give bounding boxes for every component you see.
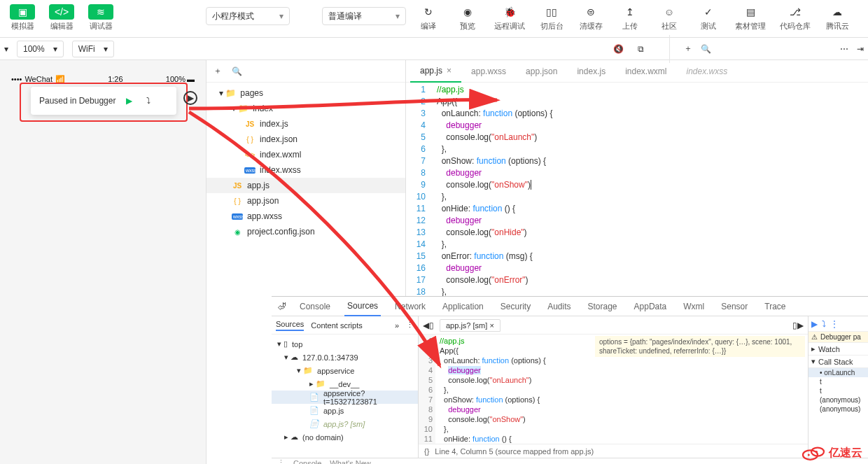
close-icon[interactable]: × <box>489 321 493 330</box>
repo-button[interactable]: ⎇代码仓库 <box>776 3 815 33</box>
tab-whats-new[interactable]: What's New <box>330 459 370 465</box>
second-toolbar: ▾ 100%▾ WiFi▾ 🔇 ⧉ ＋ 🔍 ⋯ ⇥ <box>0 38 868 60</box>
file-app-js[interactable]: JSapp.js <box>206 178 405 193</box>
more-icon[interactable]: ⋮ <box>406 321 414 330</box>
tab-audits[interactable]: Audits <box>545 297 573 316</box>
search-file-icon[interactable]: 🔍 <box>232 66 242 76</box>
file-app-json[interactable]: { }app.json <box>206 193 405 209</box>
src-no-domain[interactable]: ▸ ☁ (no domain) <box>272 430 418 444</box>
subtab-content-scripts[interactable]: Content scripts <box>311 321 362 330</box>
close-icon[interactable]: × <box>447 66 451 76</box>
target-icon[interactable]: ▶ <box>183 91 197 105</box>
resume-icon[interactable]: ▶ <box>122 94 135 107</box>
tab-trace[interactable]: Trace <box>762 297 788 316</box>
background-button[interactable]: ▯▯切后台 <box>535 3 568 33</box>
file-index-wxml[interactable]: < >index.wxml <box>206 147 405 162</box>
devtools-code-tab[interactable]: app.js? [sm] × <box>440 319 500 332</box>
file-project-config[interactable]: ◉project.config.json <box>206 224 405 239</box>
clear-cache-button[interactable]: ⊜清缓存 <box>574 3 608 33</box>
folder-pages[interactable]: ▾ 📁 pages <box>206 85 405 101</box>
split-icon[interactable]: ⇥ <box>857 44 864 54</box>
src-origin[interactable]: ▾ ☁ 127.0.0.1:34739 <box>272 351 418 364</box>
compile-button[interactable]: ↻编译 <box>412 3 445 33</box>
element-picker-icon[interactable]: ⮰ <box>277 302 286 311</box>
file-app-wxss[interactable]: wxssapp.wxss <box>206 209 405 224</box>
src-appservice[interactable]: ▾ 📁 appservice <box>272 364 418 377</box>
debugger-button[interactable]: ≋调试器 <box>84 3 118 33</box>
resume-icon[interactable]: ▶ <box>811 319 818 329</box>
chevron-down-icon: ▾ <box>53 44 57 54</box>
tab-wxml[interactable]: Wxml <box>680 297 707 316</box>
nav-back-icon[interactable]: ◀▯ <box>423 321 434 330</box>
file-index-json[interactable]: { }index.json <box>206 132 405 147</box>
yisu-logo: 亿速云 <box>801 443 862 463</box>
tab-app-json[interactable]: app.json <box>516 60 567 83</box>
simulator-button[interactable]: ▣模拟器 <box>6 3 39 33</box>
cloud-button[interactable]: ☁腾讯云 <box>820 3 854 33</box>
tab-console-drawer[interactable]: Console <box>293 459 321 465</box>
src-app-js-sm[interactable]: 📄 app.js? [sm] <box>272 417 418 430</box>
more-icon[interactable]: ⋮ <box>277 458 285 464</box>
devtools-code-area[interactable]: 1234567891011 //app.js App({ onLaunch: f… <box>419 335 808 444</box>
stack-onlaunch[interactable]: • onLaunch <box>808 368 868 377</box>
step-over-icon[interactable]: ⤵ <box>822 319 826 329</box>
src-app-js[interactable]: 📄 app.js <box>272 404 418 417</box>
network-selector[interactable]: WiFi▾ <box>72 41 114 57</box>
tab-console[interactable]: Console <box>297 297 333 316</box>
upload-button[interactable]: ↥上传 <box>613 3 647 33</box>
tab-index-wxml[interactable]: index.wxml <box>615 60 676 83</box>
tab-storage[interactable]: Storage <box>585 297 620 316</box>
tab-application[interactable]: Application <box>440 297 486 316</box>
preview-button[interactable]: ◉预览 <box>451 3 484 33</box>
src-appservice-t[interactable]: 📄 appservice?t=15327123871 <box>272 391 418 404</box>
search-icon[interactable]: 🔍 <box>701 44 711 54</box>
tab-appdata[interactable]: AppData <box>631 297 670 316</box>
tab-app-wxss[interactable]: app.wxss <box>461 60 516 83</box>
simulator-pane: •••• WeChat 📶 1:26 100% ▬ Paused in Debu… <box>0 60 206 464</box>
editor-tabs: app.js× app.wxss app.json index.js index… <box>406 60 868 83</box>
mute-icon[interactable]: 🔇 <box>613 44 624 54</box>
devtools-panel: ⮰ Console Sources Network Application Se… <box>272 296 868 464</box>
tab-index-wxss[interactable]: index.wxss <box>677 60 738 83</box>
stack-t1[interactable]: t <box>808 377 868 386</box>
stack-anon1[interactable]: (anonymous) <box>808 395 868 405</box>
zoom-selector[interactable]: 100%▾ <box>17 41 64 57</box>
tab-index-js[interactable]: index.js <box>567 60 615 83</box>
tab-sensor[interactable]: Sensor <box>718 297 750 316</box>
tab-app-js[interactable]: app.js× <box>410 60 461 83</box>
expand-icon[interactable]: ▯▶ <box>792 321 804 330</box>
tab-network[interactable]: Network <box>392 297 428 316</box>
step-over-icon[interactable]: ⤵ <box>142 94 155 107</box>
compile-type-dropdown[interactable]: 普通编译▾ <box>322 7 406 25</box>
chevron-down-icon: ▾ <box>104 44 108 54</box>
editor-button[interactable]: </>编辑器 <box>45 3 78 33</box>
material-button[interactable]: ▤素材管理 <box>731 3 770 33</box>
src-top[interactable]: ▾ ▯ top <box>272 337 418 351</box>
tab-security[interactable]: Security <box>498 297 533 316</box>
test-button[interactable]: ✓测试 <box>692 3 725 33</box>
chevron-down-icon: ▾ <box>279 11 284 21</box>
layout-icon[interactable]: ⧉ <box>638 44 644 54</box>
stack-anon2[interactable]: (anonymous) <box>808 405 868 414</box>
community-button[interactable]: ☺社区 <box>652 3 686 33</box>
file-index-js[interactable]: JSindex.js <box>206 116 405 132</box>
add-file-icon[interactable]: ＋ <box>214 65 222 77</box>
stack-t2[interactable]: t <box>808 386 868 395</box>
section-callstack[interactable]: ▾ Call Stack <box>808 356 868 368</box>
tab-sources[interactable]: Sources <box>344 297 381 316</box>
section-watch[interactable]: ▸ Watch <box>808 343 868 356</box>
top-toolbar: ▣模拟器 </>编辑器 ≋调试器 小程序模式▾ 普通编译▾ ↻编译 ◉预览 🐞远… <box>0 0 868 38</box>
devtools-code-status: {} Line 4, Column 5 (source mapped from … <box>419 444 808 458</box>
folder-index[interactable]: ▾ 📁 index <box>206 101 405 116</box>
add-icon[interactable]: ＋ <box>684 43 692 55</box>
more-icon[interactable]: ⋮ <box>830 319 839 329</box>
devtools-tabs: ⮰ Console Sources Network Application Se… <box>272 297 868 316</box>
mode-dropdown[interactable]: 小程序模式▾ <box>206 7 290 25</box>
svg-point-3 <box>816 451 818 453</box>
file-index-wxss[interactable]: wxssindex.wxss <box>206 162 405 178</box>
paused-debugger-banner: Paused in Debugger ▶ ⤵ <box>31 87 176 115</box>
subtab-sources[interactable]: Sources <box>276 320 304 331</box>
more-icon[interactable]: ⋯ <box>840 44 848 54</box>
remote-debug-button[interactable]: 🐞远程调试 <box>490 3 529 33</box>
chevron-down-icon[interactable]: ▾ <box>4 44 8 54</box>
